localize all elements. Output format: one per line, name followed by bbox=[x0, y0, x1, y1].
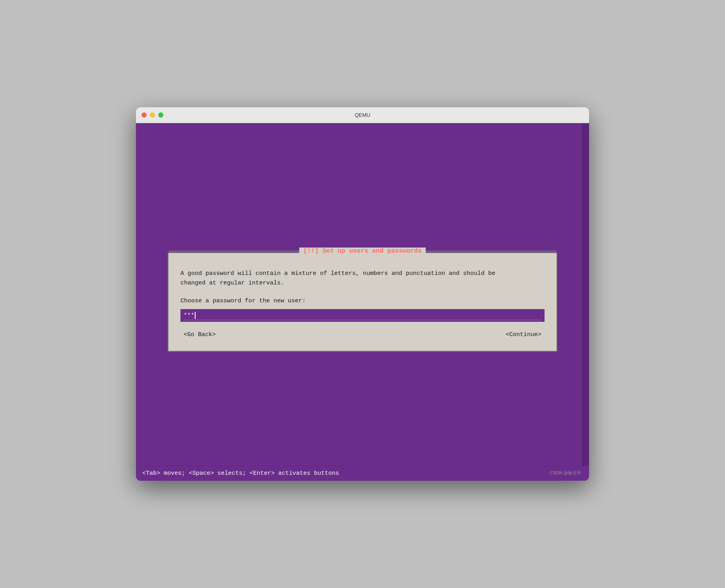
mac-window: QEMU [!!] Set up users and passwords A g… bbox=[136, 107, 589, 481]
scrollbar-right[interactable] bbox=[582, 123, 589, 466]
minimize-button[interactable] bbox=[150, 112, 155, 118]
maximize-button[interactable] bbox=[158, 112, 163, 118]
password-value: *** bbox=[184, 312, 194, 319]
close-button[interactable] bbox=[142, 112, 147, 118]
window-title: QEMU bbox=[355, 112, 370, 118]
watermark: CSDN @捡点半 bbox=[550, 470, 581, 476]
titlebar: QEMU bbox=[136, 107, 589, 123]
dialog-description: A good password will contain a mixture o… bbox=[180, 269, 545, 288]
status-bar: <Tab> moves; <Space> selects; <Enter> ac… bbox=[136, 466, 589, 481]
qemu-screen: [!!] Set up users and passwords A good p… bbox=[136, 123, 589, 481]
go-back-button[interactable]: <Go Back> bbox=[180, 330, 219, 340]
dialog-title-line-right bbox=[426, 251, 556, 251]
dialog-content: A good password will contain a mixture o… bbox=[169, 257, 556, 351]
dialog-box: [!!] Set up users and passwords A good p… bbox=[168, 252, 557, 352]
dialog-buttons: <Go Back> <Continue> bbox=[180, 330, 545, 343]
continue-button[interactable]: <Continue> bbox=[502, 330, 545, 340]
dialog-title-text: [!!] Set up users and passwords bbox=[299, 248, 426, 255]
dialog-title-line-left bbox=[169, 251, 299, 251]
password-cursor bbox=[195, 312, 196, 319]
description-line2: changed at regular intervals. bbox=[180, 280, 284, 286]
password-input-field[interactable]: *** bbox=[180, 309, 545, 322]
dialog-title-bar: [!!] Set up users and passwords bbox=[169, 248, 556, 255]
description-line1: A good password will contain a mixture o… bbox=[180, 270, 495, 277]
titlebar-buttons bbox=[142, 112, 163, 118]
dialog-prompt: Choose a password for the new user: bbox=[180, 298, 545, 304]
status-text: <Tab> moves; <Space> selects; <Enter> ac… bbox=[142, 470, 339, 477]
password-underline bbox=[184, 320, 541, 320]
